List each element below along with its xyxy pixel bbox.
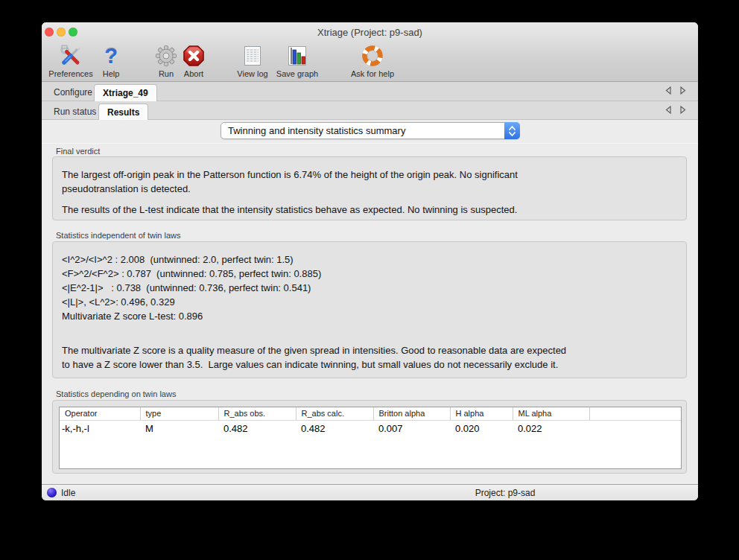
twin-law-table: Operator type R_abs obs. R_abs calc. Bri… bbox=[59, 407, 682, 469]
cell-h-alpha: 0.020 bbox=[450, 420, 513, 434]
column-header-britton-alpha[interactable]: Britton alpha bbox=[373, 407, 450, 420]
cell-r-abs-obs: 0.482 bbox=[218, 420, 296, 434]
cell-britton-alpha: 0.007 bbox=[373, 420, 450, 434]
report-section-select[interactable]: Twinning and intensity statistics summar… bbox=[221, 122, 520, 139]
section-title-twin-independent: Statistics independent of twin laws bbox=[56, 231, 181, 240]
titlebar[interactable]: Xtriage (Project: p9-sad) bbox=[42, 22, 698, 42]
twin-dependent-box: Operator type R_abs obs. R_abs calc. Bri… bbox=[52, 400, 687, 474]
toolbar-button-label: Run bbox=[159, 69, 174, 78]
table-header-row: Operator type R_abs obs. R_abs calc. Bri… bbox=[60, 407, 681, 420]
abort-icon bbox=[181, 43, 206, 69]
help-button[interactable]: ? Help bbox=[96, 43, 126, 80]
column-header-r-abs-calc[interactable]: R_abs calc. bbox=[296, 407, 373, 420]
toolbar-button-label: Ask for help bbox=[351, 69, 394, 78]
cell-type: M bbox=[140, 420, 218, 434]
tab-xtriage-49[interactable]: Xtriage_49 bbox=[94, 84, 157, 101]
table-row[interactable]: -k,-h,-l M 0.482 0.482 0.007 0.020 0.022 bbox=[60, 420, 681, 434]
column-header-operator[interactable]: Operator bbox=[60, 407, 140, 420]
toolbar-button-label: Preferences bbox=[48, 69, 92, 78]
sub-tab-bar: Run status Results bbox=[42, 101, 698, 120]
tab-scroll-left-icon[interactable] bbox=[665, 106, 671, 114]
tools-icon bbox=[58, 43, 83, 69]
tab-configure[interactable]: Configure bbox=[45, 84, 101, 101]
twin-independent-box: <I^2>/<I>^2 : 2.008 (untwinned: 2.0, per… bbox=[52, 241, 687, 378]
statusbar: Idle Project: p9-sad bbox=[42, 485, 698, 500]
tab-run-status[interactable]: Run status bbox=[45, 104, 104, 121]
tab-scroll-right-icon[interactable] bbox=[680, 86, 686, 95]
cell-operator: -k,-h,-l bbox=[60, 420, 140, 434]
intensity-statistics-values: <I^2>/<I>^2 : 2.008 (untwinned: 2.0, per… bbox=[62, 252, 677, 323]
main-tab-bar: Configure Xtriage_49 bbox=[42, 82, 698, 101]
tab-scroll-left-icon[interactable] bbox=[665, 86, 671, 95]
final-verdict-paragraph: The largest off-origin peak in the Patte… bbox=[62, 168, 677, 196]
column-header-r-abs-obs[interactable]: R_abs obs. bbox=[218, 407, 296, 420]
status-indicator-icon bbox=[47, 488, 57, 497]
save-graph-button[interactable]: Save graph bbox=[273, 43, 322, 80]
toolbar-button-label: View log bbox=[237, 69, 267, 78]
results-panel: Twinning and intensity statistics summar… bbox=[42, 120, 698, 484]
cell-blank bbox=[589, 420, 681, 434]
report-section-select-value: Twinning and intensity statistics summar… bbox=[221, 125, 504, 136]
chevron-up-down-icon bbox=[504, 122, 520, 139]
window-title: Xtriage (Project: p9-sad) bbox=[42, 27, 698, 38]
column-header-ml-alpha[interactable]: ML alpha bbox=[513, 407, 589, 420]
section-title-final-verdict: Final verdict bbox=[56, 147, 100, 156]
preferences-button[interactable]: Preferences bbox=[45, 43, 97, 80]
log-icon bbox=[240, 43, 265, 69]
help-icon: ? bbox=[98, 43, 124, 69]
cell-r-abs-calc: 0.482 bbox=[296, 420, 373, 434]
tab-results[interactable]: Results bbox=[98, 104, 148, 121]
ask-for-help-button[interactable]: Ask for help bbox=[346, 43, 399, 80]
toolbar-button-label: Abort bbox=[184, 69, 203, 78]
view-log-button[interactable]: View log bbox=[233, 43, 272, 80]
final-verdict-paragraph: The results of the L-test indicate that … bbox=[62, 203, 677, 217]
lifebuoy-icon bbox=[360, 43, 385, 69]
column-header-blank bbox=[589, 407, 681, 420]
column-header-type[interactable]: type bbox=[140, 407, 218, 420]
xtriage-window: Xtriage (Project: p9-sad) Preferences ? … bbox=[42, 22, 698, 500]
separator-line bbox=[42, 143, 698, 144]
status-text: Idle bbox=[61, 488, 75, 498]
final-verdict-box: The largest off-origin peak in the Patte… bbox=[52, 156, 687, 220]
abort-button[interactable]: Abort bbox=[177, 43, 211, 80]
section-title-twin-dependent: Statistics depending on twin laws bbox=[56, 389, 176, 398]
tab-scroll-right-icon[interactable] bbox=[680, 106, 686, 114]
toolbar-button-label: Help bbox=[103, 69, 120, 78]
z-score-note: The multivariate Z score is a quality me… bbox=[62, 343, 677, 372]
window-chrome: Xtriage (Project: p9-sad) Preferences ? … bbox=[42, 22, 698, 82]
cell-ml-alpha: 0.022 bbox=[513, 420, 589, 434]
bar-graph-icon bbox=[285, 43, 310, 69]
column-header-h-alpha[interactable]: H alpha bbox=[450, 407, 513, 420]
project-label: Project: p9-sad bbox=[460, 488, 550, 498]
gear-icon bbox=[153, 43, 179, 69]
toolbar-button-label: Save graph bbox=[276, 69, 318, 78]
